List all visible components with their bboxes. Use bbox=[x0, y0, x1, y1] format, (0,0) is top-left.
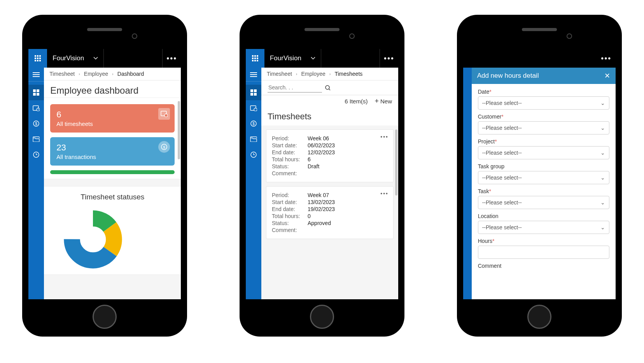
timesheet-card[interactable]: ••• Period:Week 06 Start date:06/02/2023… bbox=[266, 129, 394, 182]
svg-rect-15 bbox=[37, 93, 39, 96]
select-customer[interactable]: --Please select--⌄ bbox=[478, 121, 609, 134]
select-location[interactable]: --Please select--⌄ bbox=[478, 221, 609, 234]
label-end: End date: bbox=[272, 206, 305, 212]
tile-partial[interactable] bbox=[50, 170, 175, 174]
more-menu-icon[interactable]: ••• bbox=[597, 49, 616, 68]
svg-rect-40 bbox=[250, 89, 253, 92]
add-hours-modal: Add new hours detail ✕ Date* --Please se… bbox=[472, 68, 616, 299]
svg-rect-28 bbox=[252, 55, 254, 57]
new-button[interactable]: + New bbox=[374, 98, 392, 105]
search-input[interactable] bbox=[268, 83, 322, 92]
select-placeholder: --Please select-- bbox=[482, 150, 522, 156]
breadcrumb-item[interactable]: Employee bbox=[301, 71, 326, 77]
card-more-icon[interactable]: ••• bbox=[380, 190, 388, 197]
top-bar: ••• bbox=[463, 49, 616, 68]
svg-rect-2 bbox=[39, 55, 41, 57]
tile-all-transactions[interactable]: $ 23 All transactions bbox=[50, 137, 175, 166]
select-placeholder: --Please select-- bbox=[482, 199, 522, 206]
svg-rect-33 bbox=[257, 58, 258, 59]
nav-clock-icon[interactable] bbox=[246, 147, 261, 162]
svg-rect-6 bbox=[35, 60, 36, 61]
value-status: Draft bbox=[308, 163, 319, 169]
nav-clock-icon[interactable] bbox=[28, 147, 44, 162]
menu-toggle-icon[interactable] bbox=[246, 68, 261, 82]
svg-rect-12 bbox=[33, 89, 36, 92]
company-selector[interactable]: FourVision bbox=[47, 49, 104, 68]
svg-rect-35 bbox=[254, 60, 256, 61]
app-launcher-icon[interactable] bbox=[246, 49, 264, 68]
select-placeholder: --Please select-- bbox=[482, 224, 522, 230]
search-icon[interactable] bbox=[325, 85, 331, 91]
svg-rect-8 bbox=[39, 60, 41, 61]
select-date[interactable]: --Please select--⌄ bbox=[478, 96, 609, 110]
svg-rect-41 bbox=[254, 89, 257, 92]
input-hours[interactable] bbox=[478, 246, 609, 259]
breadcrumb-item[interactable]: Employee bbox=[84, 71, 108, 77]
nav-dashboard-icon[interactable] bbox=[28, 85, 44, 100]
menu-toggle-icon[interactable] bbox=[28, 68, 44, 82]
svg-rect-32 bbox=[254, 58, 256, 59]
screen: FourVision ••• $ bbox=[28, 49, 181, 299]
label-date: Date bbox=[478, 89, 490, 95]
select-placeholder: --Please select-- bbox=[482, 125, 522, 131]
label-status: Status: bbox=[272, 163, 305, 169]
select-project[interactable]: --Please select--⌄ bbox=[478, 146, 609, 159]
more-menu-icon[interactable]: ••• bbox=[380, 49, 398, 68]
nav-folder-icon[interactable] bbox=[28, 131, 44, 147]
breadcrumb: Timesheet › Employee › Dashboard bbox=[44, 68, 181, 80]
breadcrumb-item[interactable]: Timesheet bbox=[267, 71, 292, 77]
main-content: Timesheet › Employee › Timesheets 6 Item… bbox=[261, 68, 398, 299]
svg-rect-5 bbox=[39, 58, 41, 59]
select-taskgroup[interactable]: --Please select--⌄ bbox=[478, 171, 609, 184]
scrollbar[interactable] bbox=[395, 129, 397, 195]
close-icon[interactable]: ✕ bbox=[604, 72, 610, 80]
svg-rect-13 bbox=[37, 89, 39, 92]
nav-transactions-icon[interactable]: $ bbox=[246, 116, 261, 131]
select-task[interactable]: --Please select--⌄ bbox=[478, 196, 609, 209]
required-marker: * bbox=[489, 188, 491, 194]
required-marker: * bbox=[501, 113, 503, 120]
timesheet-list[interactable]: ••• Period:Week 06 Start date:06/02/2023… bbox=[261, 126, 398, 299]
app-launcher-icon[interactable] bbox=[28, 49, 47, 68]
left-rail: $ bbox=[246, 68, 261, 299]
company-selector[interactable]: FourVision bbox=[264, 49, 321, 68]
label-start: Start date: bbox=[272, 142, 305, 148]
nav-transactions-icon[interactable]: $ bbox=[28, 116, 44, 131]
device-speaker bbox=[522, 28, 557, 31]
more-menu-icon[interactable]: ••• bbox=[162, 49, 181, 68]
top-bar: FourVision ••• bbox=[246, 49, 398, 68]
card-more-icon[interactable]: ••• bbox=[380, 134, 388, 140]
tile-label: All transactions bbox=[56, 154, 168, 160]
svg-text:$: $ bbox=[252, 122, 255, 126]
screen: ••• Add new hours detail ✕ Date* --Pleas… bbox=[463, 49, 616, 299]
timesheet-card[interactable]: ••• Period:Week 07 Start date:13/02/2023… bbox=[266, 186, 394, 239]
tile-count: 23 bbox=[56, 143, 168, 153]
svg-point-45 bbox=[254, 108, 257, 111]
screen: FourVision ••• $ Timesheet › Employee bbox=[246, 49, 398, 299]
scrollbar[interactable] bbox=[178, 101, 180, 159]
nav-dashboard-icon[interactable] bbox=[246, 85, 261, 100]
svg-rect-31 bbox=[252, 58, 254, 59]
label-status: Status: bbox=[272, 220, 305, 226]
modal-body[interactable]: Date* --Please select--⌄ Customer* --Ple… bbox=[472, 84, 616, 299]
required-marker: * bbox=[489, 89, 491, 95]
main-content: Timesheet › Employee › Dashboard Employe… bbox=[44, 68, 181, 299]
required-marker: * bbox=[492, 238, 494, 244]
nav-folder-icon[interactable] bbox=[246, 131, 261, 147]
page-title: Employee dashboard bbox=[44, 80, 181, 98]
dashboard-content[interactable]: 6 All timesheets $ 23 All transactions bbox=[44, 98, 181, 299]
label-comment: Comment: bbox=[272, 227, 305, 233]
breadcrumb-item[interactable]: Timesheet bbox=[49, 71, 75, 77]
svg-rect-30 bbox=[257, 55, 258, 57]
svg-text:$: $ bbox=[163, 145, 165, 149]
label-location: Location bbox=[478, 213, 499, 219]
nav-timesheet-icon[interactable] bbox=[246, 100, 261, 116]
nav-timesheet-icon[interactable] bbox=[28, 100, 44, 116]
value-period: Week 07 bbox=[308, 192, 329, 198]
value-start: 13/02/2023 bbox=[308, 199, 335, 205]
tile-all-timesheets[interactable]: 6 All timesheets bbox=[50, 104, 175, 133]
svg-rect-43 bbox=[254, 93, 257, 96]
svg-point-22 bbox=[164, 114, 168, 117]
item-count: 6 Item(s) bbox=[345, 98, 368, 105]
list-title: Timesheets bbox=[261, 108, 398, 126]
